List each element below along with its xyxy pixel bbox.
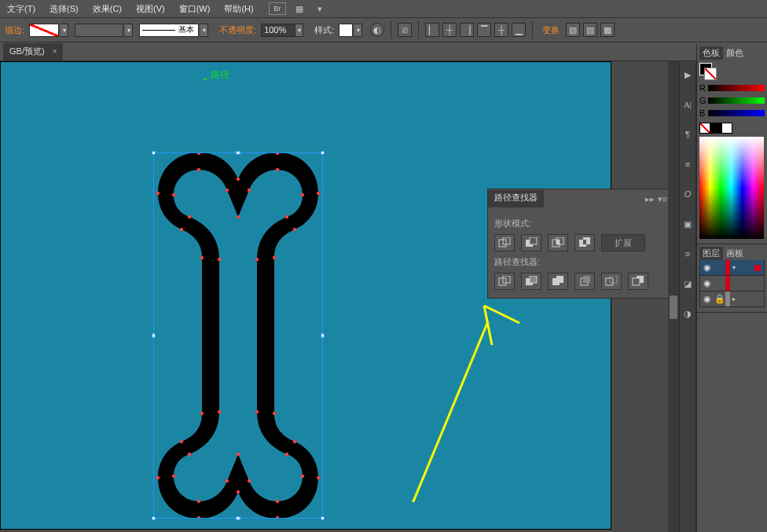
appearance-icon[interactable]: ◪ [681,277,695,291]
opentype-icon[interactable]: O [681,187,695,201]
graphic-style-swatch[interactable] [339,24,353,37]
panel-menu-icon[interactable]: ▾≡ [658,194,667,204]
transform-label[interactable]: 变换 [542,24,560,36]
align-left-button[interactable]: ▏ [425,23,439,37]
svg-line-41 [484,306,492,345]
transform-icon-2[interactable]: ▨ [583,23,597,37]
stroke-style-dropdown[interactable]: ▾ [200,24,208,37]
fill-stroke-indicator[interactable] [699,63,717,80]
handle-ml[interactable] [152,334,156,338]
merge-button[interactable] [548,273,568,290]
menu-select[interactable]: 选择(S) [42,0,86,17]
graphic-style-dropdown[interactable]: ▾ [354,24,362,37]
outline-button[interactable] [601,273,622,290]
black-swatch[interactable] [710,123,721,134]
shape-modes-label: 形状模式: [494,218,666,229]
pathfinder-dock-icon[interactable]: ▣ [681,217,695,231]
arrange-docs-icon[interactable]: ▦ [292,2,306,16]
vertical-scrollbar[interactable] [668,61,679,532]
handle-tm[interactable] [237,151,240,155]
exclude-button[interactable] [574,234,595,251]
tab-color[interactable]: 颜色 [723,46,747,60]
handle-tr[interactable] [321,151,325,155]
separator [418,21,419,39]
stroke-weight-field[interactable] [75,24,123,37]
character-icon[interactable]: A| [681,97,695,112]
trim-button[interactable] [521,273,541,290]
svg-line-40 [484,306,519,323]
selection-indicator[interactable] [754,265,761,271]
tab-layers[interactable]: 图层 [699,247,723,260]
align-icon[interactable]: ≡ [681,157,695,171]
layer-row-2[interactable]: ◉ [699,276,765,292]
white-swatch[interactable] [721,123,732,134]
doc-tab[interactable]: GB/预览) × [3,43,63,61]
fill-dropdown[interactable]: ▾ [61,24,68,37]
transparency-icon[interactable]: ◑ [681,306,695,321]
selection-bounds[interactable] [153,152,323,519]
b-slider[interactable] [708,110,765,116]
stroke-dock-icon[interactable]: ≡ [681,247,695,261]
panel-collapse-icon[interactable]: ▸▸ [645,194,655,204]
fill-color-swatch[interactable] [29,24,59,37]
layer-row-3[interactable]: ◉ 🔒 ▸ [699,292,765,307]
play-icon[interactable]: ▶ [681,68,695,82]
g-label: G [699,96,706,105]
visibility-icon[interactable]: ◉ [700,294,714,304]
r-slider[interactable] [708,85,765,91]
scrollbar-thumb[interactable] [670,295,677,319]
layer-row-1[interactable]: ◉ ▾ [699,260,765,276]
crop-button[interactable] [574,273,595,290]
handle-bm[interactable] [237,516,240,520]
layers-panel[interactable]: 图层 画板 ◉ ▾ ◉ ◉ 🔒 ▸ [697,244,767,313]
handle-bl[interactable] [152,516,156,520]
lock-icon[interactable]: 🔒 [714,294,725,304]
none-swatch[interactable] [699,123,710,134]
recolor-button[interactable]: ◐ [370,23,384,37]
menu-view[interactable]: 视图(V) [129,0,172,17]
expand-icon[interactable]: ▸ [730,295,738,303]
intersect-button[interactable] [548,234,568,251]
menu-effect[interactable]: 效果(C) [86,0,129,17]
svg-rect-58 [556,276,563,283]
transform-icon-3[interactable]: ▩ [600,23,615,37]
divide-button[interactable] [494,273,515,290]
tab-close-button[interactable]: × [53,47,57,56]
align-hcenter-button[interactable]: ┼ [442,23,457,37]
bridge-button[interactable]: Br [269,2,286,15]
transform-icon-1[interactable]: ▧ [566,23,580,37]
stroke-weight-dropdown[interactable]: ▾ [125,24,133,37]
opacity-dropdown[interactable]: ▾ [295,24,303,37]
handle-mr[interactable] [321,334,325,338]
stroke-style-field[interactable]: 基本 [139,24,199,37]
align-1-button[interactable]: ⎚ [398,23,412,37]
layer-color-swatch [725,276,730,291]
handle-br[interactable] [321,516,325,520]
pathfinder-tab[interactable]: 路径查找器 [488,190,544,207]
menu-text[interactable]: 文字(T) [0,0,42,17]
expand-icon[interactable]: ▾ [730,264,738,271]
expand-button[interactable]: 扩展 [601,234,645,251]
g-slider[interactable] [708,97,765,104]
opacity-value-field[interactable]: 100% [261,24,295,37]
minus-back-button[interactable] [628,273,648,290]
handle-tl[interactable] [152,151,156,155]
align-vcenter-button[interactable]: ┼ [494,23,508,37]
tab-artboards[interactable]: 画板 [723,247,747,260]
align-top-button[interactable]: ▔ [477,23,491,37]
paragraph-icon[interactable]: ¶ [681,127,695,141]
pathfinder-panel[interactable]: 路径查找器 ▸▸ ▾≡ 形状模式: 扩展 路径查找器: [487,189,673,299]
unite-button[interactable] [494,234,515,251]
align-bottom-button[interactable]: ▁ [512,23,526,37]
menu-help[interactable]: 帮助(H) [217,0,260,17]
color-spectrum[interactable] [699,137,764,239]
svg-rect-46 [530,237,537,244]
visibility-icon[interactable]: ◉ [700,278,714,288]
tab-swatches[interactable]: 色板 [699,46,723,60]
menu-window[interactable]: 窗口(W) [172,0,218,17]
minus-front-button[interactable] [521,234,541,251]
align-right-button[interactable]: ▕ [460,23,474,37]
workspace-icon[interactable]: ▾ [313,2,327,16]
visibility-icon[interactable]: ◉ [700,262,714,273]
color-panel[interactable]: 色板 颜色 R G B [697,44,767,244]
